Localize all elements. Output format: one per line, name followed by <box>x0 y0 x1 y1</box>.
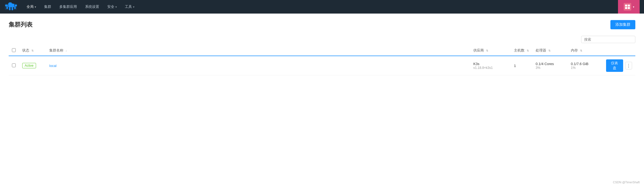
nav-multicluster-label: 多集群应用 <box>59 4 77 9</box>
select-all-checkbox[interactable] <box>12 48 16 52</box>
row-memory-cell: 0.1/7.6 GiB 1% <box>568 56 603 75</box>
cluster-name-link[interactable]: local <box>49 64 57 68</box>
more-icon: ⋮ <box>626 63 631 68</box>
main-content: 集群列表 添加集群 状态 ⇅ 集群名称 ↓ 供应商 <box>0 14 644 186</box>
svg-rect-7 <box>14 6 16 9</box>
nav-global-chevron: ▾ <box>35 5 36 8</box>
header-memory-sort-icon[interactable]: ⇅ <box>580 49 582 52</box>
table-row: Active local K3s v1.18.8+k3s1 1 0.1/4 Co… <box>9 56 635 75</box>
nav-global-label: 全局 <box>27 4 34 9</box>
page-footer: CSDN @TimerShaft <box>613 181 640 184</box>
nav-security-chevron: ▾ <box>115 5 117 8</box>
row-hosts-cell: 1 <box>511 56 532 75</box>
header-cpu: 处理器 ⇅ <box>532 45 568 56</box>
header-cpu-sort-icon[interactable]: ⇅ <box>548 49 551 52</box>
more-actions-button[interactable]: ⋮ <box>625 62 632 69</box>
svg-rect-3 <box>15 5 17 6</box>
header-memory: 内存 ⇅ <box>568 45 603 56</box>
svg-rect-11 <box>625 5 627 7</box>
header-provider-sort-icon[interactable]: ⇅ <box>486 49 488 52</box>
svg-rect-5 <box>9 7 11 10</box>
actions-group: 仪表盘 ⋮ <box>606 59 632 72</box>
user-avatar-icon <box>624 3 631 11</box>
status-badge: Active <box>22 63 36 68</box>
header-hosts: 主机数 ⇅ <box>511 45 532 56</box>
svg-rect-8 <box>9 2 12 5</box>
row-cpu-cell: 0.1/4 Cores 3% <box>532 56 568 75</box>
cluster-table: 状态 ⇅ 集群名称 ↓ 供应商 ⇅ 主机数 ⇅ 处理器 ⇅ <box>9 45 635 75</box>
hosts-count: 1 <box>514 64 516 68</box>
header-name-sort-icon[interactable]: ↓ <box>66 49 67 52</box>
header-hosts-label: 主机数 <box>514 48 525 52</box>
memory-percent: 1% <box>571 66 600 70</box>
nav-item-tools[interactable]: 工具 ▾ <box>121 3 138 11</box>
header-status-label: 状态 <box>22 48 29 52</box>
cpu-value: 0.1/4 Cores <box>536 62 564 66</box>
page-title: 集群列表 <box>9 21 33 29</box>
nav-item-global[interactable]: 全局 ▾ <box>23 3 40 11</box>
nav-cluster-label: 集群 <box>44 4 51 9</box>
nav-items: 全局 ▾ 集群 多集群应用 系统设置 安全 ▾ 工具 ▾ <box>23 3 618 11</box>
row-checkbox-cell <box>9 56 19 75</box>
provider-name: K3s <box>473 62 507 66</box>
search-row <box>9 36 635 43</box>
row-status-cell: Active <box>19 56 46 75</box>
logo[interactable] <box>4 2 17 12</box>
nav-item-cluster[interactable]: 集群 <box>40 3 55 11</box>
svg-rect-13 <box>625 7 627 9</box>
add-cluster-button[interactable]: 添加集群 <box>610 20 635 29</box>
provider-version: v1.18.8+k3s1 <box>473 66 507 70</box>
header-name-label: 集群名称 <box>49 48 63 52</box>
header-cpu-label: 处理器 <box>536 48 546 52</box>
search-input[interactable] <box>581 36 635 43</box>
table-header: 状态 ⇅ 集群名称 ↓ 供应商 ⇅ 主机数 ⇅ 处理器 ⇅ <box>9 45 635 56</box>
footer-text: CSDN @TimerShaft <box>613 181 640 184</box>
row-provider-cell: K3s v1.18.8+k3s1 <box>470 56 511 75</box>
nav-security-label: 安全 <box>107 4 114 9</box>
svg-rect-14 <box>628 7 630 9</box>
nav-item-multicluster[interactable]: 多集群应用 <box>56 3 81 11</box>
page-header: 集群列表 添加集群 <box>9 20 635 29</box>
svg-rect-9 <box>8 3 9 5</box>
header-status-sort-icon[interactable]: ⇅ <box>31 49 34 52</box>
row-checkbox[interactable] <box>12 63 16 67</box>
memory-value: 0.1/7.6 GiB <box>571 62 600 66</box>
nav-tools-chevron: ▾ <box>133 5 134 8</box>
svg-rect-6 <box>12 7 13 10</box>
nav-item-settings[interactable]: 系统设置 <box>81 3 103 11</box>
header-provider-label: 供应商 <box>473 48 484 52</box>
header-checkbox-cell <box>9 45 19 56</box>
header-provider: 供应商 ⇅ <box>470 45 511 56</box>
header-hosts-sort-icon[interactable]: ⇅ <box>527 49 529 52</box>
header-memory-label: 内存 <box>571 48 578 52</box>
row-actions-cell: 仪表盘 ⋮ <box>603 56 635 75</box>
dashboard-button[interactable]: 仪表盘 <box>606 59 623 72</box>
header-actions <box>603 45 635 56</box>
svg-rect-10 <box>12 3 12 5</box>
navbar: 全局 ▾ 集群 多集群应用 系统设置 安全 ▾ 工具 ▾ <box>0 0 644 14</box>
table-body: Active local K3s v1.18.8+k3s1 1 0.1/4 Co… <box>9 56 635 75</box>
user-chevron-icon: ▾ <box>633 5 634 8</box>
nav-settings-label: 系统设置 <box>85 4 99 9</box>
header-status: 状态 ⇅ <box>19 45 46 56</box>
svg-rect-12 <box>628 5 630 7</box>
svg-rect-1 <box>5 5 8 6</box>
svg-rect-4 <box>7 6 8 9</box>
user-menu[interactable]: ▾ <box>618 0 640 14</box>
nav-tools-label: 工具 <box>125 4 132 9</box>
cpu-percent: 3% <box>536 66 564 70</box>
row-name-cell: local <box>46 56 470 75</box>
nav-item-security[interactable]: 安全 ▾ <box>103 3 121 11</box>
header-name: 集群名称 ↓ <box>46 45 470 56</box>
